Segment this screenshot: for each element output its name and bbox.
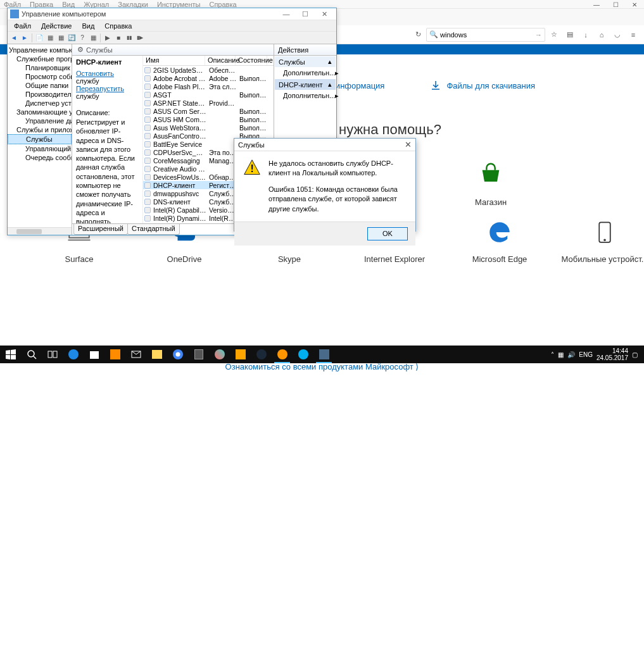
tb-icon-1[interactable]: ▦ bbox=[88, 33, 98, 43]
tree-item[interactable]: Управление диска... bbox=[8, 116, 72, 125]
edge-tb[interactable] bbox=[63, 346, 84, 363]
action-services-more[interactable]: Дополнительн...▸ bbox=[274, 68, 336, 78]
stop-link[interactable]: Остановить bbox=[76, 70, 114, 77]
movies-tb[interactable] bbox=[104, 346, 125, 363]
tab-extended[interactable]: Расширенный bbox=[73, 224, 128, 235]
ff-menu-history[interactable]: Журнал bbox=[84, 1, 109, 8]
tree-item[interactable]: Службы и приложен... bbox=[8, 125, 72, 134]
ff-min[interactable]: — bbox=[587, 0, 606, 9]
tree-item[interactable]: Службы bbox=[8, 134, 72, 144]
help-icon[interactable]: ? bbox=[77, 33, 87, 43]
ff-menu-view[interactable]: Вид bbox=[62, 1, 75, 8]
ff-menu-bookmarks[interactable]: Закладки bbox=[118, 1, 148, 8]
mmc-tree[interactable]: Управление компьюте...Служебные програ..… bbox=[8, 44, 72, 235]
download-icon[interactable]: ↓ bbox=[579, 28, 593, 42]
service-row[interactable]: 2GIS UpdateServiceОбеспечи... bbox=[143, 66, 274, 74]
mmc-menu-help[interactable]: Справка bbox=[101, 21, 136, 31]
ff-menu-edit[interactable]: Правка bbox=[30, 1, 53, 8]
mmc-menu-view[interactable]: Вид bbox=[78, 21, 98, 31]
steam-tb[interactable] bbox=[251, 346, 272, 363]
mmc-tb[interactable] bbox=[313, 346, 334, 363]
tree-scrollbar[interactable] bbox=[8, 227, 72, 235]
props-icon[interactable]: ▦ bbox=[45, 33, 55, 43]
mmc-menu-action[interactable]: Действие bbox=[37, 21, 75, 31]
star-icon[interactable]: ☆ bbox=[547, 28, 561, 42]
restart-link[interactable]: Перезапустить bbox=[76, 85, 124, 92]
play-icon[interactable]: ▶ bbox=[103, 33, 113, 43]
firefox-tb[interactable] bbox=[272, 346, 293, 363]
tile-mobile[interactable]: Мобильные устройст... bbox=[557, 218, 644, 264]
service-row[interactable]: ASGTВыполняет bbox=[143, 90, 274, 99]
tree-item[interactable]: Запоминающие уст... bbox=[8, 108, 72, 116]
explorer-tb[interactable] bbox=[146, 346, 167, 363]
search-input[interactable] bbox=[440, 31, 535, 39]
search-box[interactable]: 🔍 → bbox=[426, 28, 545, 42]
mmc-menu-file[interactable]: Файл bbox=[10, 21, 35, 31]
service-row[interactable]: ASP.NET State ServiceProvides su... bbox=[143, 99, 274, 107]
service-row[interactable]: Adobe Acrobat Updat...Adobe Acr...Выполн… bbox=[143, 74, 274, 82]
lang-indicator[interactable]: ENG bbox=[579, 351, 593, 358]
forward-icon[interactable]: ► bbox=[20, 33, 30, 43]
service-row[interactable]: Asus WebStorage Win...Выполняет bbox=[143, 123, 274, 132]
footer-link[interactable]: Ознакомиться со всеми продуктами Майкрос… bbox=[0, 362, 644, 371]
col-stat[interactable]: Состояние bbox=[236, 56, 267, 65]
chrome-tb[interactable] bbox=[167, 346, 188, 363]
close-icon[interactable]: ✕ bbox=[405, 140, 412, 149]
restart-icon[interactable]: ▮▶ bbox=[135, 33, 145, 43]
service-row[interactable]: ASUS HM Com ServiceВыполняет bbox=[143, 115, 274, 123]
notifications-icon[interactable]: ▢ bbox=[632, 351, 638, 358]
ff-menu-help[interactable]: Справка bbox=[209, 1, 236, 8]
paint-tb[interactable] bbox=[209, 346, 230, 363]
start-button[interactable] bbox=[0, 346, 21, 363]
tree-item[interactable]: Управление компьюте... bbox=[8, 46, 72, 54]
tab-standard[interactable]: Стандартный bbox=[127, 224, 180, 235]
mail-tb[interactable] bbox=[125, 346, 146, 363]
back-icon[interactable]: ◄ bbox=[9, 33, 19, 43]
ff-close[interactable]: ✕ bbox=[625, 0, 644, 9]
volume-icon[interactable]: 🔊 bbox=[567, 351, 575, 358]
store-tb[interactable] bbox=[84, 346, 104, 363]
stop-icon[interactable]: ■ bbox=[113, 33, 123, 43]
ok-button[interactable]: OK bbox=[367, 227, 408, 240]
taskview-button[interactable] bbox=[42, 346, 63, 363]
go-icon[interactable]: → bbox=[535, 31, 542, 39]
tree-item[interactable]: Просмотр событи... bbox=[8, 72, 72, 81]
tree-item[interactable]: Управляющий эле... bbox=[8, 144, 72, 153]
skype-tb[interactable] bbox=[293, 346, 313, 363]
pocket-icon[interactable]: ◡ bbox=[610, 28, 624, 42]
action-dhcp[interactable]: DHCP-клиент▴ bbox=[275, 79, 336, 90]
mmc-max[interactable]: ☐ bbox=[296, 10, 315, 18]
pause-icon[interactable]: ▮▮ bbox=[124, 33, 134, 43]
tree-item[interactable]: Служебные програ... bbox=[8, 54, 72, 63]
action-services[interactable]: Службы▴ bbox=[275, 56, 336, 67]
tile-store[interactable]: Магазин bbox=[443, 161, 538, 207]
network-icon[interactable]: ▦ bbox=[558, 351, 564, 358]
app1-tb[interactable] bbox=[230, 346, 251, 363]
library-icon[interactable]: ▤ bbox=[563, 28, 577, 42]
mmc-close[interactable]: ✕ bbox=[315, 10, 334, 18]
hamburger-icon[interactable]: ≡ bbox=[626, 28, 640, 42]
tile-xbox[interactable]: Xbox bbox=[614, 161, 644, 207]
ff-max[interactable]: ☐ bbox=[606, 0, 625, 9]
tray-expand-icon[interactable]: ˄ bbox=[551, 351, 554, 358]
ff-menu-file[interactable]: Файл bbox=[4, 1, 21, 8]
service-row[interactable]: ASUS Com ServiceВыполняет bbox=[143, 107, 274, 115]
list-header[interactable]: Имя Описание Состояние bbox=[143, 56, 274, 66]
refresh-icon[interactable]: ↻ bbox=[412, 28, 424, 41]
col-desc[interactable]: Описание bbox=[205, 56, 236, 65]
tree-item[interactable]: Общие папки bbox=[8, 81, 72, 90]
calc-tb[interactable] bbox=[188, 346, 209, 363]
tile-edge[interactable]: Microsoft Edge bbox=[452, 218, 547, 264]
action-dhcp-more[interactable]: Дополнительн...▸ bbox=[274, 90, 336, 101]
search-button[interactable] bbox=[21, 346, 42, 363]
col-name[interactable]: Имя bbox=[143, 56, 205, 65]
home-icon[interactable]: ⌂ bbox=[595, 28, 609, 42]
clock[interactable]: 14:44 24.05.2017 bbox=[597, 347, 628, 361]
tree-item[interactable]: Планировщик зад... bbox=[8, 63, 72, 72]
mmc-min[interactable]: — bbox=[277, 10, 296, 18]
tree-item[interactable]: Производительно... bbox=[8, 90, 72, 99]
service-row[interactable]: Adobe Flash Player U...Эта служб... bbox=[143, 82, 274, 90]
export-icon[interactable]: ▦ bbox=[56, 33, 66, 43]
ff-menu-tools[interactable]: Инструменты bbox=[157, 1, 201, 8]
refresh2-icon[interactable]: 🔄 bbox=[66, 33, 77, 43]
